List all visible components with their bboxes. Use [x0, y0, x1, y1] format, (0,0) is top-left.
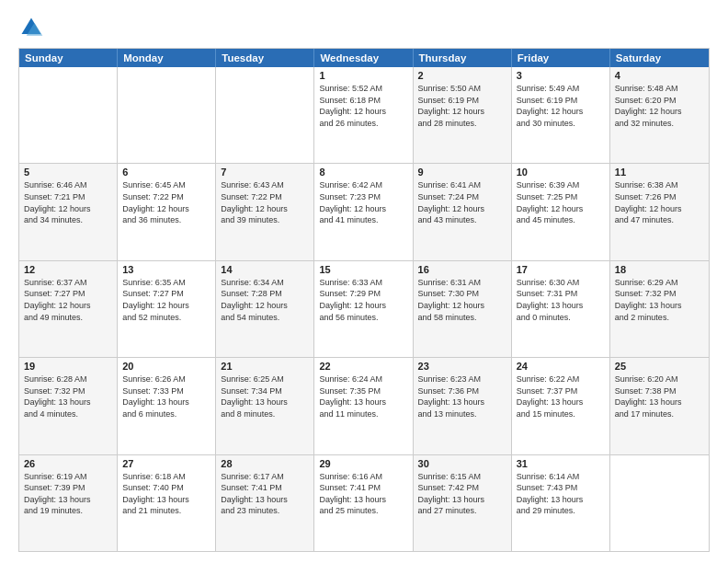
- week-row-4: 19Sunrise: 6:28 AM Sunset: 7:32 PM Dayli…: [19, 358, 709, 454]
- day-info: Sunrise: 6:17 AM Sunset: 7:41 PM Dayligh…: [221, 471, 309, 517]
- day-info: Sunrise: 6:28 AM Sunset: 7:32 PM Dayligh…: [24, 373, 112, 419]
- day-cell-25: 25Sunrise: 6:20 AM Sunset: 7:38 PM Dayli…: [610, 358, 709, 454]
- day-cell-8: 8Sunrise: 6:42 AM Sunset: 7:23 PM Daylig…: [314, 164, 413, 259]
- day-cell-14: 14Sunrise: 6:34 AM Sunset: 7:28 PM Dayli…: [216, 261, 314, 357]
- calendar-body: 1Sunrise: 5:52 AM Sunset: 6:18 PM Daylig…: [19, 67, 709, 551]
- day-cell-23: 23Sunrise: 6:23 AM Sunset: 7:36 PM Dayli…: [414, 358, 512, 454]
- header-day-saturday: Saturday: [610, 49, 709, 67]
- day-info: Sunrise: 6:16 AM Sunset: 7:41 PM Dayligh…: [319, 471, 407, 517]
- day-cell-31: 31Sunrise: 6:14 AM Sunset: 7:43 PM Dayli…: [512, 455, 610, 551]
- day-number: 25: [615, 361, 704, 372]
- header-day-tuesday: Tuesday: [216, 49, 314, 67]
- day-number: 16: [418, 264, 506, 275]
- day-cell-2: 2Sunrise: 5:50 AM Sunset: 6:19 PM Daylig…: [414, 67, 512, 163]
- day-number: 6: [122, 167, 210, 178]
- day-cell-29: 29Sunrise: 6:16 AM Sunset: 7:41 PM Dayli…: [314, 455, 413, 551]
- day-number: 26: [24, 458, 112, 469]
- day-number: 1: [319, 70, 407, 81]
- day-cell-4: 4Sunrise: 5:48 AM Sunset: 6:20 PM Daylig…: [610, 67, 709, 163]
- day-number: 9: [418, 167, 506, 178]
- day-number: 15: [319, 264, 407, 275]
- logo: [18, 15, 48, 40]
- day-info: Sunrise: 5:49 AM Sunset: 6:19 PM Dayligh…: [517, 83, 605, 129]
- day-number: 13: [122, 264, 210, 275]
- day-number: 18: [615, 264, 704, 275]
- day-info: Sunrise: 6:34 AM Sunset: 7:28 PM Dayligh…: [221, 277, 309, 323]
- header-day-thursday: Thursday: [414, 49, 512, 67]
- day-cell-19: 19Sunrise: 6:28 AM Sunset: 7:32 PM Dayli…: [19, 358, 118, 454]
- day-info: Sunrise: 6:30 AM Sunset: 7:31 PM Dayligh…: [517, 277, 605, 323]
- day-cell-11: 11Sunrise: 6:38 AM Sunset: 7:26 PM Dayli…: [610, 164, 709, 259]
- day-info: Sunrise: 6:45 AM Sunset: 7:22 PM Dayligh…: [122, 179, 210, 225]
- day-number: 8: [319, 167, 407, 178]
- day-info: Sunrise: 6:26 AM Sunset: 7:33 PM Dayligh…: [122, 373, 210, 419]
- day-number: 17: [517, 264, 605, 275]
- day-cell-1: 1Sunrise: 5:52 AM Sunset: 6:18 PM Daylig…: [314, 67, 413, 163]
- empty-cell-0-0: [19, 67, 118, 163]
- day-number: 22: [319, 361, 407, 372]
- day-info: Sunrise: 6:41 AM Sunset: 7:24 PM Dayligh…: [418, 179, 506, 225]
- day-number: 23: [418, 361, 506, 372]
- page: SundayMondayTuesdayWednesdayThursdayFrid…: [0, 0, 728, 563]
- calendar-header: SundayMondayTuesdayWednesdayThursdayFrid…: [19, 49, 709, 67]
- header-day-wednesday: Wednesday: [314, 49, 413, 67]
- day-cell-15: 15Sunrise: 6:33 AM Sunset: 7:29 PM Dayli…: [314, 261, 413, 357]
- day-cell-5: 5Sunrise: 6:46 AM Sunset: 7:21 PM Daylig…: [19, 164, 118, 259]
- day-info: Sunrise: 5:48 AM Sunset: 6:20 PM Dayligh…: [615, 83, 704, 129]
- day-cell-13: 13Sunrise: 6:35 AM Sunset: 7:27 PM Dayli…: [118, 261, 216, 357]
- day-cell-9: 9Sunrise: 6:41 AM Sunset: 7:24 PM Daylig…: [414, 164, 512, 259]
- day-number: 2: [418, 70, 506, 81]
- day-info: Sunrise: 6:23 AM Sunset: 7:36 PM Dayligh…: [418, 373, 506, 419]
- day-cell-7: 7Sunrise: 6:43 AM Sunset: 7:22 PM Daylig…: [216, 164, 314, 259]
- empty-cell-0-2: [216, 67, 314, 163]
- day-info: Sunrise: 5:52 AM Sunset: 6:18 PM Dayligh…: [319, 83, 407, 129]
- day-info: Sunrise: 6:22 AM Sunset: 7:37 PM Dayligh…: [517, 373, 605, 419]
- day-info: Sunrise: 6:38 AM Sunset: 7:26 PM Dayligh…: [615, 179, 704, 225]
- header-day-friday: Friday: [512, 49, 610, 67]
- day-cell-27: 27Sunrise: 6:18 AM Sunset: 7:40 PM Dayli…: [118, 455, 216, 551]
- empty-cell-4-6: [610, 455, 709, 551]
- day-number: 30: [418, 458, 506, 469]
- week-row-2: 5Sunrise: 6:46 AM Sunset: 7:21 PM Daylig…: [19, 164, 709, 260]
- day-number: 21: [221, 361, 309, 372]
- day-info: Sunrise: 6:46 AM Sunset: 7:21 PM Dayligh…: [24, 179, 112, 225]
- logo-icon: [18, 15, 44, 40]
- day-info: Sunrise: 6:31 AM Sunset: 7:30 PM Dayligh…: [418, 277, 506, 323]
- day-cell-6: 6Sunrise: 6:45 AM Sunset: 7:22 PM Daylig…: [118, 164, 216, 259]
- day-cell-12: 12Sunrise: 6:37 AM Sunset: 7:27 PM Dayli…: [19, 261, 118, 357]
- day-number: 12: [24, 264, 112, 275]
- day-info: Sunrise: 6:35 AM Sunset: 7:27 PM Dayligh…: [122, 277, 210, 323]
- day-cell-28: 28Sunrise: 6:17 AM Sunset: 7:41 PM Dayli…: [216, 455, 314, 551]
- day-info: Sunrise: 5:50 AM Sunset: 6:19 PM Dayligh…: [418, 83, 506, 129]
- week-row-3: 12Sunrise: 6:37 AM Sunset: 7:27 PM Dayli…: [19, 261, 709, 358]
- day-number: 4: [615, 70, 704, 81]
- day-info: Sunrise: 6:29 AM Sunset: 7:32 PM Dayligh…: [615, 277, 704, 323]
- day-cell-22: 22Sunrise: 6:24 AM Sunset: 7:35 PM Dayli…: [314, 358, 413, 454]
- day-number: 29: [319, 458, 407, 469]
- day-cell-30: 30Sunrise: 6:15 AM Sunset: 7:42 PM Dayli…: [414, 455, 512, 551]
- day-number: 20: [122, 361, 210, 372]
- day-info: Sunrise: 6:20 AM Sunset: 7:38 PM Dayligh…: [615, 373, 704, 419]
- day-info: Sunrise: 6:24 AM Sunset: 7:35 PM Dayligh…: [319, 373, 407, 419]
- day-number: 19: [24, 361, 112, 372]
- day-number: 3: [517, 70, 605, 81]
- day-number: 11: [615, 167, 704, 178]
- empty-cell-0-1: [118, 67, 216, 163]
- day-number: 7: [221, 167, 309, 178]
- day-number: 27: [122, 458, 210, 469]
- day-info: Sunrise: 6:37 AM Sunset: 7:27 PM Dayligh…: [24, 277, 112, 323]
- day-info: Sunrise: 6:15 AM Sunset: 7:42 PM Dayligh…: [418, 471, 506, 517]
- day-info: Sunrise: 6:43 AM Sunset: 7:22 PM Dayligh…: [221, 179, 309, 225]
- week-row-5: 26Sunrise: 6:19 AM Sunset: 7:39 PM Dayli…: [19, 455, 709, 551]
- day-info: Sunrise: 6:19 AM Sunset: 7:39 PM Dayligh…: [24, 471, 112, 517]
- day-cell-3: 3Sunrise: 5:49 AM Sunset: 6:19 PM Daylig…: [512, 67, 610, 163]
- day-number: 14: [221, 264, 309, 275]
- day-info: Sunrise: 6:33 AM Sunset: 7:29 PM Dayligh…: [319, 277, 407, 323]
- day-info: Sunrise: 6:14 AM Sunset: 7:43 PM Dayligh…: [517, 471, 605, 517]
- day-info: Sunrise: 6:42 AM Sunset: 7:23 PM Dayligh…: [319, 179, 407, 225]
- day-number: 31: [517, 458, 605, 469]
- week-row-1: 1Sunrise: 5:52 AM Sunset: 6:18 PM Daylig…: [19, 67, 709, 164]
- day-number: 10: [517, 167, 605, 178]
- day-info: Sunrise: 6:39 AM Sunset: 7:25 PM Dayligh…: [517, 179, 605, 225]
- day-info: Sunrise: 6:25 AM Sunset: 7:34 PM Dayligh…: [221, 373, 309, 419]
